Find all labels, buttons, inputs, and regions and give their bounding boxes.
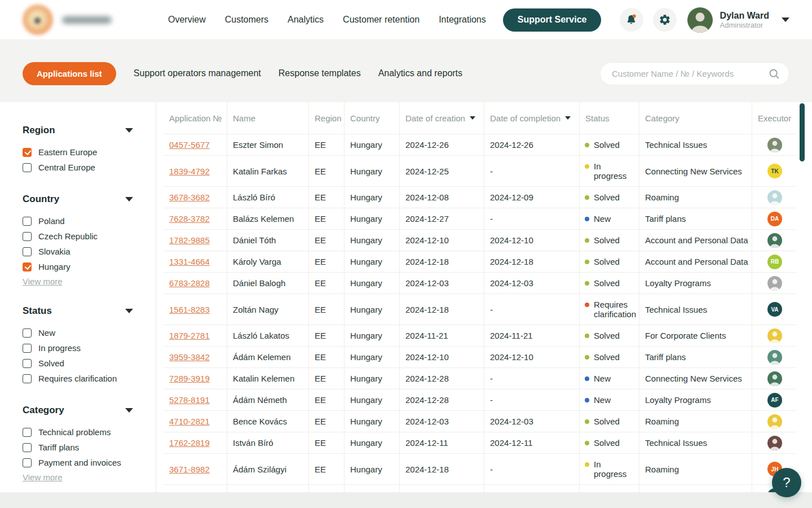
checkbox-unchecked[interactable]: [23, 163, 32, 172]
status-label: Solved: [594, 192, 620, 202]
sort-down-icon[interactable]: [470, 116, 475, 120]
executor-avatar-photo[interactable]: [767, 138, 782, 152]
chevron-down-icon: [125, 309, 133, 313]
checkbox-unchecked[interactable]: [23, 428, 32, 437]
filter-option-new[interactable]: New: [23, 325, 156, 340]
checkbox-unchecked[interactable]: [23, 329, 32, 338]
application-link[interactable]: 1561-8283: [169, 305, 210, 314]
filter-section-toggle[interactable]: Country: [23, 194, 133, 204]
application-link[interactable]: 1839-4792: [169, 167, 210, 176]
filter-section-toggle[interactable]: Status: [23, 306, 133, 316]
executor-avatar-photo[interactable]: [767, 329, 782, 343]
executor-avatar-photo[interactable]: [767, 350, 782, 365]
executor-avatar-photo[interactable]: [767, 190, 782, 205]
filter-option-solved[interactable]: Solved: [23, 356, 156, 371]
application-link[interactable]: 7289-3919: [169, 374, 210, 383]
nav-item-customer-retention[interactable]: Customer retention: [343, 15, 420, 25]
cell-country: Hungary: [345, 156, 400, 186]
executor-avatar-photo[interactable]: [767, 371, 782, 386]
cell-text: -: [490, 374, 493, 383]
nav-item-customers[interactable]: Customers: [225, 15, 268, 25]
executor-avatar[interactable]: DA: [767, 212, 782, 226]
filter-section-toggle[interactable]: Category: [23, 405, 133, 415]
application-link[interactable]: 6783-2828: [169, 278, 210, 288]
checkbox-unchecked[interactable]: [23, 247, 32, 256]
cell-name: Dániel Tóth: [227, 230, 309, 251]
executor-avatar-photo[interactable]: [767, 414, 782, 429]
cell-name: Dániel Balogh: [227, 273, 309, 294]
application-link[interactable]: 1762-2819: [169, 438, 210, 448]
application-link[interactable]: 3959-3842: [169, 352, 210, 362]
application-link[interactable]: 8908-2781: [169, 491, 210, 492]
view-more-link[interactable]: View more: [23, 472, 63, 482]
tab-support-operators-management[interactable]: Support operators management: [134, 68, 261, 78]
filter-option-central-europe[interactable]: Central Europe: [23, 160, 156, 175]
application-link[interactable]: 3671-8982: [169, 465, 210, 474]
filter-option-slovakia[interactable]: Slovakia: [23, 244, 156, 259]
column-header-date-of-completion[interactable]: Date of completion: [484, 102, 580, 134]
cell-date-of-creation: 2024-12-28: [400, 368, 484, 389]
application-link[interactable]: 4710-2821: [169, 417, 210, 426]
application-link[interactable]: 7628-3782: [169, 214, 210, 224]
user-menu-chevron-icon[interactable]: [782, 17, 789, 22]
sort-down-icon[interactable]: [565, 116, 571, 120]
checkbox-checked[interactable]: [23, 148, 32, 157]
cell-region: EE: [309, 325, 345, 346]
cell-category: Roaming: [639, 411, 752, 432]
application-link[interactable]: 3678-3682: [169, 192, 210, 202]
checkbox-unchecked[interactable]: [23, 344, 32, 353]
checkbox-unchecked[interactable]: [23, 232, 32, 241]
executor-avatar-photo[interactable]: [767, 436, 782, 450]
application-link[interactable]: 1782-9885: [169, 235, 210, 245]
settings-button[interactable]: [653, 8, 677, 32]
user-avatar[interactable]: [687, 7, 713, 33]
nav-item-analytics[interactable]: Analytics: [288, 15, 324, 25]
filter-option-requires-clarification[interactable]: Requires clarification: [23, 371, 156, 386]
executor-avatar-photo[interactable]: [767, 233, 782, 248]
filter-option-in-progress[interactable]: In progress: [23, 340, 156, 356]
checkbox-unchecked[interactable]: [23, 458, 32, 467]
tab-analytics-and-reports[interactable]: Analytics and reports: [378, 68, 462, 78]
nav-item-integrations[interactable]: Integrations: [439, 15, 486, 25]
executor-avatar[interactable]: AF: [767, 393, 782, 408]
filter-option-poland[interactable]: Poland: [23, 213, 156, 229]
filter-section-toggle[interactable]: Region: [23, 125, 133, 135]
cell-application-no: 7628-3782: [164, 208, 227, 229]
support-service-button[interactable]: Support Service: [503, 8, 602, 32]
executor-avatar[interactable]: TK: [767, 164, 782, 178]
application-link[interactable]: 1879-2781: [169, 331, 210, 340]
search-box[interactable]: [600, 62, 789, 85]
search-input[interactable]: [612, 69, 768, 78]
table-scrollbar-thumb[interactable]: [800, 103, 805, 161]
checkbox-unchecked[interactable]: [23, 217, 32, 226]
executor-avatar[interactable]: RB: [767, 255, 782, 269]
checkbox-unchecked[interactable]: [23, 359, 32, 368]
search-icon[interactable]: [768, 68, 780, 80]
application-link[interactable]: 0457-5677: [169, 140, 210, 150]
checkbox-unchecked[interactable]: [23, 374, 32, 383]
tab-response-templates[interactable]: Response templates: [279, 68, 361, 78]
cell-executor: [752, 325, 796, 346]
column-header-date-of-creation[interactable]: Date of creation: [400, 102, 484, 134]
application-link[interactable]: 5278-8191: [169, 395, 210, 405]
filter-section-title: Region: [23, 125, 55, 136]
filter-option-payment-and-invoices[interactable]: Payment and invoices: [23, 455, 156, 470]
tab-applications-list[interactable]: Applications list: [23, 62, 116, 85]
filter-option-eastern-europe[interactable]: Eastern Europe: [23, 144, 156, 160]
executor-avatar-photo[interactable]: [767, 276, 782, 291]
checkbox-unchecked[interactable]: [23, 443, 32, 452]
filter-option-tariff-plans[interactable]: Tariff plans: [23, 440, 156, 455]
filter-option-hungary[interactable]: Hungary: [23, 259, 156, 274]
cell-text: Hungary: [350, 278, 382, 288]
view-more-link[interactable]: View more: [23, 277, 63, 286]
filter-section-title: Country: [23, 194, 59, 205]
executor-avatar[interactable]: VA: [767, 302, 782, 317]
filter-option-czech-republic[interactable]: Czech Republic: [23, 229, 156, 244]
filter-option-technical-problems[interactable]: Technical problems: [23, 424, 156, 440]
help-button[interactable]: ?: [772, 468, 801, 497]
nav-item-overview[interactable]: Overview: [168, 15, 206, 25]
header-actions: Dylan Ward Administrator: [620, 7, 789, 33]
application-link[interactable]: 1331-4664: [169, 257, 210, 266]
notifications-button[interactable]: [620, 8, 643, 32]
checkbox-checked[interactable]: [23, 262, 32, 271]
